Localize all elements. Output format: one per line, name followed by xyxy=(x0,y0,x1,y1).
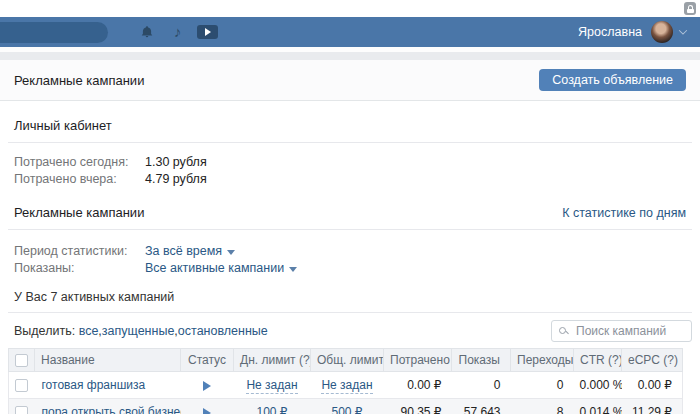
gray-strip xyxy=(0,52,700,60)
daily-limit-link[interactable]: Не задан xyxy=(246,378,297,394)
page-title: Рекламные кампании xyxy=(14,73,144,88)
video-icon[interactable] xyxy=(197,25,218,39)
select-stopped-link[interactable]: остановленные xyxy=(178,324,268,338)
table-row: готовая франшиза Не задан Не задан 0.00 … xyxy=(9,372,683,399)
campaigns-table: Название Статус Дн. лимит (?) Общ. лимит… xyxy=(8,348,683,414)
select-running-link[interactable]: запущенные xyxy=(102,324,178,338)
select-label: Выделить: xyxy=(14,324,75,338)
spent-value: 0.00 ₽ xyxy=(384,372,452,399)
play-status-icon[interactable] xyxy=(203,408,211,414)
search-icon xyxy=(559,327,566,334)
period-filter-row: Период статистики: За всё время xyxy=(14,243,686,260)
col-ecpc: eCPC (?) xyxy=(622,349,683,372)
ctr-value: 0.014 % xyxy=(574,399,622,414)
col-ctr: CTR (?) xyxy=(574,349,622,372)
user-name: Ярославна xyxy=(578,25,642,39)
period-filter-dropdown[interactable]: За всё время xyxy=(145,243,235,260)
spent-today-value: 1.30 рубля xyxy=(145,154,207,171)
page: ♪ Ярославна Рекламные кампании Создать о… xyxy=(0,0,700,414)
spent-yesterday-row: Потрачено вчера: 4.79 рубля xyxy=(14,171,686,188)
total-limit-link[interactable]: Не задан xyxy=(321,378,372,394)
lock-icon[interactable] xyxy=(684,2,696,15)
total-limit-link[interactable]: 500 ₽ xyxy=(332,405,363,414)
music-icon[interactable]: ♪ xyxy=(174,25,182,39)
campaigns-count-summary: У Вас 7 активных кампаний xyxy=(8,277,692,313)
chevron-down-icon xyxy=(679,26,687,34)
col-impressions: Показы xyxy=(452,349,511,372)
col-status: Статус xyxy=(181,349,234,372)
user-menu[interactable]: Ярославна xyxy=(578,21,686,43)
campaigns-heading-row: Рекламные кампании К статистике по дням xyxy=(8,188,692,230)
dropdown-arrow-icon xyxy=(227,250,235,255)
select-all-checkbox[interactable] xyxy=(15,354,28,367)
avatar[interactable] xyxy=(651,21,673,43)
clicks-value: 8 xyxy=(511,399,574,414)
account-heading: Личный кабинет xyxy=(8,101,692,143)
col-name: Название xyxy=(35,349,181,372)
header-icons: ♪ xyxy=(108,25,218,39)
row-checkbox[interactable] xyxy=(15,406,28,414)
select-all-cell xyxy=(9,349,35,372)
spent-today-label: Потрачено сегодня: xyxy=(14,154,145,171)
campaigns-heading: Рекламные кампании xyxy=(14,205,144,220)
play-status-icon[interactable] xyxy=(203,381,211,391)
account-section: Личный кабинет Потрачено сегодня: 1.30 р… xyxy=(0,101,700,188)
header-search-pill[interactable] xyxy=(0,22,108,43)
table-header-row: Название Статус Дн. лимит (?) Общ. лимит… xyxy=(9,349,683,372)
col-daily-limit: Дн. лимит (?) xyxy=(234,349,311,372)
shown-filter-label: Показаны: xyxy=(14,260,145,277)
daily-limit-link[interactable]: 100 ₽ xyxy=(257,405,288,414)
impressions-value: 57 643 xyxy=(452,399,511,414)
col-total-limit: Общ. лимит xyxy=(311,349,384,372)
shown-filter-dropdown[interactable]: Все активные кампании xyxy=(145,260,297,277)
shown-filter-row: Показаны: Все активные кампании xyxy=(14,260,686,277)
row-checkbox[interactable] xyxy=(15,379,28,392)
table-toolbar: Выделить: все запущенные остановленные xyxy=(8,313,692,348)
ecpc-value: 0.00 ₽ xyxy=(622,372,683,399)
col-spent: Потрачено xyxy=(384,349,452,372)
ecpc-value: 11.29 ₽ xyxy=(622,399,683,414)
col-clicks: Переходы xyxy=(511,349,574,372)
impressions-value: 0 xyxy=(452,372,511,399)
account-stats: Потрачено сегодня: 1.30 рубля Потрачено … xyxy=(0,143,700,188)
search-input[interactable] xyxy=(551,320,692,342)
dropdown-arrow-icon xyxy=(289,267,297,272)
daily-stats-link[interactable]: К статистике по дням xyxy=(562,206,686,220)
spent-today-row: Потрачено сегодня: 1.30 рубля xyxy=(14,154,686,171)
campaign-name-link[interactable]: пора открыть свой бизнес xyxy=(35,399,181,414)
table-row: пора открыть свой бизнес 100 ₽ 500 ₽ 90.… xyxy=(9,399,683,414)
campaign-filters: Период статистики: За всё время Показаны… xyxy=(0,230,700,277)
clicks-value: 0 xyxy=(511,372,574,399)
create-ad-button[interactable]: Создать объявление xyxy=(539,69,686,91)
select-all-link[interactable]: все xyxy=(79,324,102,338)
campaigns-section: Рекламные кампании К статистике по дням … xyxy=(0,188,700,414)
spent-yesterday-value: 4.79 рубля xyxy=(145,171,207,188)
browser-strip xyxy=(0,0,700,17)
campaign-name-link[interactable]: готовая франшиза xyxy=(35,372,181,399)
top-nav-bar: ♪ Ярославна xyxy=(0,17,700,47)
ctr-value: 0.000 % xyxy=(574,372,622,399)
campaign-search xyxy=(551,320,692,342)
period-filter-label: Период статистики: xyxy=(14,243,145,260)
page-title-bar: Рекламные кампании Создать объявление xyxy=(0,60,700,101)
spent-yesterday-label: Потрачено вчера: xyxy=(14,171,145,188)
spent-value: 90.35 ₽ xyxy=(384,399,452,414)
bell-icon[interactable] xyxy=(140,25,154,39)
